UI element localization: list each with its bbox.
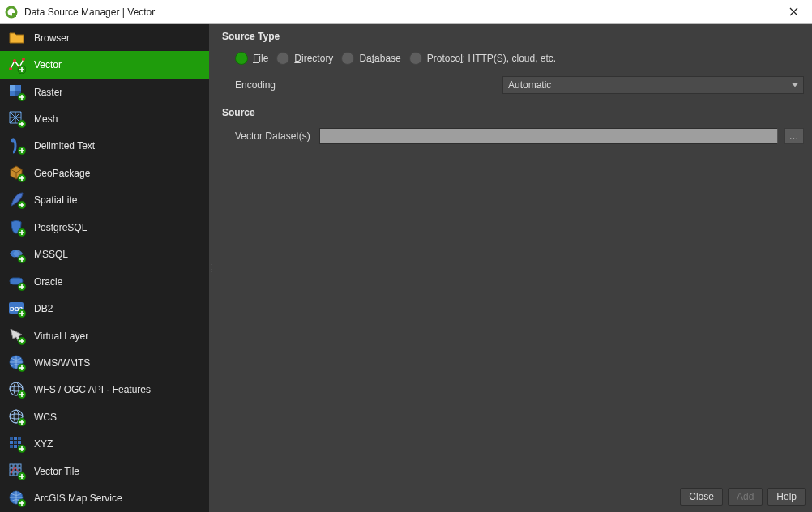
chevron-down-icon (792, 83, 798, 87)
svg-rect-64 (10, 437, 13, 440)
svg-rect-70 (10, 445, 13, 448)
dialog-footer: Close Add Help (214, 481, 812, 512)
geopkg-icon (8, 164, 26, 182)
globegrid-icon (8, 381, 26, 399)
close-icon (789, 7, 798, 16)
encoding-select[interactable]: Automatic (502, 76, 804, 94)
sidebar-item-wcs[interactable]: WCS (0, 403, 209, 430)
source-type-radio-group: File Directory Database Protocol: HTTP(S… (235, 52, 804, 65)
browse-button[interactable]: … (784, 128, 804, 144)
sidebar-item-raster[interactable]: Raster (0, 79, 209, 105)
sidebar-item-spatialite[interactable]: SpatiaLite (0, 187, 209, 214)
radio-label: File (253, 53, 268, 64)
sidebar-item-label: PostgreSQL (34, 222, 87, 233)
radio-label: Protocol: HTTP(S), cloud, etc. (427, 53, 556, 64)
sidebar-item-label: Raster (34, 87, 62, 98)
radio-label: Database (359, 53, 400, 64)
sidebar-item-label: MSSQL (34, 249, 68, 260)
svg-rect-67 (10, 441, 13, 444)
folder-icon (8, 29, 26, 47)
svg-point-5 (13, 59, 16, 62)
vector-datasets-label: Vector Dataset(s) (235, 130, 313, 142)
main-panel: Source Type File Directory Database Prot… (214, 24, 812, 512)
grip-icon: ···· (211, 263, 212, 273)
radio-dot-icon (341, 52, 354, 65)
sidebar-item-geopackage[interactable]: GeoPackage (0, 160, 209, 186)
sidebar-item-xyz[interactable]: XYZ (0, 431, 209, 458)
sidebar-item-label: GeoPackage (34, 168, 90, 179)
vector-icon (8, 56, 26, 74)
svg-point-4 (9, 67, 12, 70)
oracle-icon (8, 273, 26, 291)
sidebar-item-label: WMS/WMTS (34, 357, 90, 369)
svg-rect-78 (18, 464, 21, 467)
radio-label: Directory (294, 53, 333, 64)
sidebar-item-arcgis[interactable]: ArcGIS Map Service (0, 484, 209, 511)
svg-rect-83 (14, 472, 17, 476)
sidebar-item-db2[interactable]: DB2DB2 (0, 295, 209, 322)
sidebar-item-wmswmts[interactable]: WMS/WMTS (0, 349, 209, 376)
vector-datasets-input[interactable] (319, 128, 778, 144)
svg-rect-66 (18, 437, 21, 440)
sidebar-item-mssql[interactable]: MSSQL (0, 241, 209, 268)
svg-rect-68 (14, 441, 17, 444)
postgres-icon (8, 219, 26, 237)
sidebar-item-label: Vector Tile (34, 466, 79, 477)
title-bar: Data Source Manager | Vector (0, 0, 812, 24)
source-type-file-radio[interactable]: File (235, 52, 268, 65)
sidebar-item-delimited[interactable]: Delimited Text (0, 133, 209, 160)
sidebar-item-label: DB2 (34, 303, 53, 314)
sidebar-item-mesh[interactable]: Mesh (0, 105, 209, 132)
add-button[interactable]: Add (728, 488, 763, 506)
sidebar-item-label: XYZ (34, 438, 53, 450)
sidebar-item-wfs[interactable]: WFS / OGC API - Features (0, 377, 209, 403)
sidebar-item-browser[interactable]: Browser (0, 24, 209, 51)
globegrid-icon (8, 408, 26, 426)
sidebar-item-label: Mesh (34, 113, 58, 125)
sidebar-item-label: SpatiaLite (34, 194, 77, 206)
sidebar-item-vectortile[interactable]: Vector Tile (0, 458, 209, 484)
globe-icon (8, 489, 26, 507)
raster-icon (8, 83, 26, 101)
sidebar-item-virtual[interactable]: Virtual Layer (0, 322, 209, 349)
radio-dot-icon (276, 52, 289, 65)
delim-icon (8, 137, 26, 155)
window-close-button[interactable] (780, 0, 807, 24)
sidebar-item-vector[interactable]: Vector (0, 51, 209, 78)
svg-rect-76 (10, 464, 13, 467)
sidebar-item-label: ArcGIS Map Service (34, 493, 122, 504)
source-type-directory-radio[interactable]: Directory (276, 52, 333, 65)
mesh-icon (8, 110, 26, 128)
svg-rect-1 (12, 13, 16, 17)
radio-dot-icon (409, 52, 422, 65)
encoding-label: Encoding (235, 79, 502, 91)
globe-icon (8, 354, 26, 372)
svg-point-20 (11, 139, 15, 143)
sidebar: BrowserVectorRasterMeshDelimited TextGeo… (0, 24, 209, 512)
sidebar-item-oracle[interactable]: Oracle (0, 268, 209, 295)
sidebar-item-postgresql[interactable]: PostgreSQL (0, 214, 209, 241)
sidebar-item-label: WCS (34, 412, 57, 423)
mssql-icon (8, 245, 26, 263)
sidebar-item-label: Oracle (34, 276, 62, 288)
encoding-select-value: Automatic (508, 79, 551, 91)
svg-rect-71 (14, 445, 17, 448)
feather-icon (8, 191, 26, 209)
virtual-icon (8, 327, 26, 345)
radio-dot-icon (235, 52, 248, 65)
svg-rect-69 (18, 441, 21, 444)
close-button[interactable]: Close (680, 488, 723, 506)
source-type-heading: Source Type (222, 31, 804, 42)
sidebar-item-label: Browser (34, 32, 70, 44)
sidebar-item-label: WFS / OGC API - Features (34, 384, 151, 395)
source-type-protocol-radio[interactable]: Protocol: HTTP(S), cloud, etc. (409, 52, 556, 65)
source-type-database-radio[interactable]: Database (341, 52, 400, 65)
window-title: Data Source Manager | Vector (24, 6, 780, 18)
sidebar-item-label: Vector (34, 59, 62, 70)
svg-point-7 (22, 58, 25, 61)
qgis-app-icon (5, 6, 18, 19)
help-button[interactable]: Help (767, 488, 806, 506)
sidebar-item-label: Virtual Layer (34, 331, 88, 342)
vectortile-icon (8, 463, 26, 480)
svg-rect-12 (10, 85, 15, 91)
